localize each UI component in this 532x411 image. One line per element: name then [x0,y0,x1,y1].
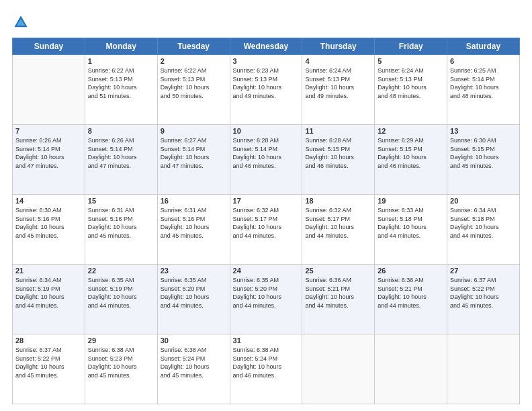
cell-content: Sunrise: 6:38 AM Sunset: 5:23 PM Dayligh… [88,346,154,379]
day-number: 28 [15,336,82,345]
logo [12,15,31,32]
calendar-cell: 30Sunrise: 6:38 AM Sunset: 5:24 PM Dayli… [157,334,230,404]
cell-content: Sunrise: 6:33 AM Sunset: 5:18 PM Dayligh… [378,206,444,240]
cell-content: Sunrise: 6:26 AM Sunset: 5:14 PM Dayligh… [88,136,154,170]
cell-content: Sunrise: 6:29 AM Sunset: 5:15 PM Dayligh… [378,136,444,170]
day-number: 29 [88,336,154,345]
calendar-cell: 4Sunrise: 6:24 AM Sunset: 5:13 PM Daylig… [302,55,375,125]
cell-content: Sunrise: 6:30 AM Sunset: 5:15 PM Dayligh… [450,136,517,170]
cell-content: Sunrise: 6:24 AM Sunset: 5:13 PM Dayligh… [378,66,444,100]
cell-content: Sunrise: 6:38 AM Sunset: 5:24 PM Dayligh… [233,346,300,379]
cell-content: Sunrise: 6:35 AM Sunset: 5:20 PM Dayligh… [161,276,227,310]
cell-content: Sunrise: 6:36 AM Sunset: 5:21 PM Dayligh… [305,276,371,310]
cell-content: Sunrise: 6:32 AM Sunset: 5:17 PM Dayligh… [233,206,300,240]
day-number: 30 [161,336,227,345]
weekday-header-wednesday: Wednesday [230,38,302,55]
day-number: 31 [233,336,300,345]
weekday-header-monday: Monday [85,38,157,55]
calendar-cell: 11Sunrise: 6:28 AM Sunset: 5:15 PM Dayli… [302,125,375,195]
weekday-header-friday: Friday [375,38,447,55]
day-number: 16 [161,197,227,205]
day-number: 12 [378,127,444,135]
cell-content: Sunrise: 6:26 AM Sunset: 5:14 PM Dayligh… [15,136,82,170]
cell-content: Sunrise: 6:30 AM Sunset: 5:16 PM Dayligh… [15,206,82,240]
calendar-week-row: 28Sunrise: 6:37 AM Sunset: 5:22 PM Dayli… [13,334,520,404]
day-number: 4 [305,57,371,65]
calendar-cell: 15Sunrise: 6:31 AM Sunset: 5:16 PM Dayli… [85,195,157,265]
calendar-cell: 22Sunrise: 6:35 AM Sunset: 5:19 PM Dayli… [85,265,157,334]
calendar-cell: 24Sunrise: 6:35 AM Sunset: 5:20 PM Dayli… [230,265,302,334]
cell-content: Sunrise: 6:31 AM Sunset: 5:16 PM Dayligh… [161,206,227,240]
page: SundayMondayTuesdayWednesdayThursdayFrid… [0,0,532,411]
calendar-cell: 9Sunrise: 6:27 AM Sunset: 5:14 PM Daylig… [157,125,230,195]
cell-content: Sunrise: 6:28 AM Sunset: 5:15 PM Dayligh… [305,136,371,170]
calendar-week-row: 1Sunrise: 6:22 AM Sunset: 5:13 PM Daylig… [13,55,520,125]
calendar-cell [302,334,375,404]
day-number: 19 [378,197,444,205]
calendar-week-row: 14Sunrise: 6:30 AM Sunset: 5:16 PM Dayli… [13,195,520,265]
day-number: 9 [161,127,227,135]
day-number: 11 [305,127,371,135]
calendar-cell [375,334,447,404]
day-number: 27 [450,267,517,275]
calendar-cell: 31Sunrise: 6:38 AM Sunset: 5:24 PM Dayli… [230,334,302,404]
weekday-header-sunday: Sunday [13,38,85,55]
calendar-cell: 14Sunrise: 6:30 AM Sunset: 5:16 PM Dayli… [13,195,85,265]
calendar-cell: 18Sunrise: 6:32 AM Sunset: 5:17 PM Dayli… [302,195,375,265]
calendar-week-row: 21Sunrise: 6:34 AM Sunset: 5:19 PM Dayli… [13,265,520,334]
day-number: 20 [450,197,517,205]
calendar-cell: 12Sunrise: 6:29 AM Sunset: 5:15 PM Dayli… [375,125,447,195]
cell-content: Sunrise: 6:34 AM Sunset: 5:19 PM Dayligh… [15,276,82,310]
calendar-cell: 3Sunrise: 6:23 AM Sunset: 5:13 PM Daylig… [230,55,302,125]
calendar-cell: 8Sunrise: 6:26 AM Sunset: 5:14 PM Daylig… [85,125,157,195]
cell-content: Sunrise: 6:38 AM Sunset: 5:24 PM Dayligh… [161,346,227,379]
day-number: 26 [378,267,444,275]
day-number: 10 [233,127,300,135]
calendar-cell: 1Sunrise: 6:22 AM Sunset: 5:13 PM Daylig… [85,55,157,125]
cell-content: Sunrise: 6:36 AM Sunset: 5:21 PM Dayligh… [378,276,444,310]
cell-content: Sunrise: 6:37 AM Sunset: 5:22 PM Dayligh… [15,346,82,379]
day-number: 6 [450,57,517,65]
day-number: 18 [305,197,371,205]
cell-content: Sunrise: 6:22 AM Sunset: 5:13 PM Dayligh… [88,66,154,100]
calendar-cell: 21Sunrise: 6:34 AM Sunset: 5:19 PM Dayli… [13,265,85,334]
calendar-table: SundayMondayTuesdayWednesdayThursdayFrid… [12,38,520,404]
cell-content: Sunrise: 6:35 AM Sunset: 5:19 PM Dayligh… [88,276,154,310]
day-number: 3 [233,57,300,65]
calendar-cell: 25Sunrise: 6:36 AM Sunset: 5:21 PM Dayli… [302,265,375,334]
day-number: 22 [88,267,154,275]
calendar-week-row: 7Sunrise: 6:26 AM Sunset: 5:14 PM Daylig… [13,125,520,195]
cell-content: Sunrise: 6:34 AM Sunset: 5:18 PM Dayligh… [450,206,517,240]
logo-icon [13,15,28,30]
cell-content: Sunrise: 6:25 AM Sunset: 5:14 PM Dayligh… [450,66,517,100]
calendar-cell: 27Sunrise: 6:37 AM Sunset: 5:22 PM Dayli… [447,265,520,334]
header [12,12,520,32]
calendar-cell: 26Sunrise: 6:36 AM Sunset: 5:21 PM Dayli… [375,265,447,334]
calendar-cell: 23Sunrise: 6:35 AM Sunset: 5:20 PM Dayli… [157,265,230,334]
calendar-cell: 5Sunrise: 6:24 AM Sunset: 5:13 PM Daylig… [375,55,447,125]
calendar-cell [13,55,85,125]
day-number: 13 [450,127,517,135]
calendar-cell: 29Sunrise: 6:38 AM Sunset: 5:23 PM Dayli… [85,334,157,404]
cell-content: Sunrise: 6:32 AM Sunset: 5:17 PM Dayligh… [305,206,371,240]
weekday-header-tuesday: Tuesday [157,38,230,55]
calendar-cell: 7Sunrise: 6:26 AM Sunset: 5:14 PM Daylig… [13,125,85,195]
day-number: 1 [88,57,154,65]
day-number: 23 [161,267,227,275]
calendar-cell [447,334,520,404]
day-number: 2 [161,57,227,65]
calendar-cell: 17Sunrise: 6:32 AM Sunset: 5:17 PM Dayli… [230,195,302,265]
day-number: 14 [15,197,82,205]
calendar-cell: 13Sunrise: 6:30 AM Sunset: 5:15 PM Dayli… [447,125,520,195]
day-number: 24 [233,267,300,275]
calendar-cell: 28Sunrise: 6:37 AM Sunset: 5:22 PM Dayli… [13,334,85,404]
cell-content: Sunrise: 6:22 AM Sunset: 5:13 PM Dayligh… [161,66,227,100]
day-number: 21 [15,267,82,275]
weekday-header-saturday: Saturday [447,38,520,55]
cell-content: Sunrise: 6:23 AM Sunset: 5:13 PM Dayligh… [233,66,300,100]
cell-content: Sunrise: 6:28 AM Sunset: 5:14 PM Dayligh… [233,136,300,170]
weekday-header-row: SundayMondayTuesdayWednesdayThursdayFrid… [13,38,520,55]
day-number: 5 [378,57,444,65]
day-number: 7 [15,127,82,135]
calendar-cell: 6Sunrise: 6:25 AM Sunset: 5:14 PM Daylig… [447,55,520,125]
